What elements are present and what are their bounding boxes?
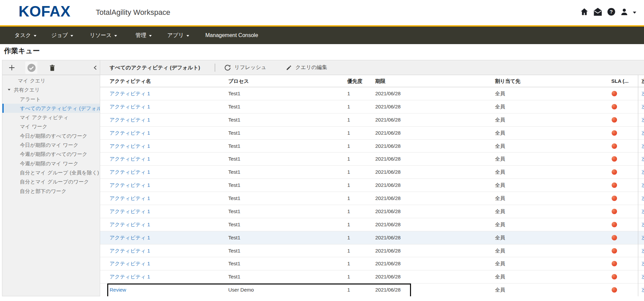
next-column-link[interactable]: 次: [642, 140, 644, 153]
next-column-link[interactable]: 次: [642, 113, 644, 126]
activity-link[interactable]: アクティビティ 1: [110, 244, 150, 257]
sidebar-item[interactable]: 今週が期限のすべてのワーク: [2, 149, 100, 159]
column-header-process[interactable]: プロセス: [228, 75, 249, 87]
nav-item-4[interactable]: 管理: [136, 27, 152, 44]
next-column-link[interactable]: 次: [642, 153, 644, 165]
activity-link[interactable]: アクティビティ 1: [110, 218, 150, 231]
nav-item-6[interactable]: Management Console: [205, 27, 258, 44]
activity-link[interactable]: アクティビティ 1: [110, 140, 150, 153]
table-row[interactable]: アクティビティ 1Test112021/06/28全員次: [100, 270, 644, 283]
nav-item-3[interactable]: リソース: [90, 27, 117, 44]
activity-link[interactable]: アクティビティ 1: [110, 113, 150, 126]
next-column-link[interactable]: 次: [642, 270, 644, 283]
priority-cell: 1: [347, 270, 350, 283]
table-row[interactable]: アクティビティ 1Test112021/06/28全員次: [100, 153, 644, 166]
next-column-link[interactable]: 次: [642, 231, 644, 244]
sidebar-item-label: マイ クエリ: [18, 78, 46, 83]
help-icon[interactable]: ?: [607, 7, 616, 16]
sidebar-item[interactable]: 自分とマイ グループ (全員を除く): [2, 168, 100, 177]
column-header-next[interactable]: 次: [642, 75, 644, 87]
activity-link[interactable]: アクティビティ 1: [110, 179, 150, 192]
next-column-link[interactable]: 次: [642, 244, 644, 257]
table-row[interactable]: アクティビティ 1Test112021/06/28全員次: [100, 113, 644, 127]
assignee-cell: 全員: [495, 257, 505, 270]
main-nav: タスクジョブリソース管理アプリManagement Console: [0, 27, 644, 44]
collapse-sidebar-button[interactable]: [89, 62, 101, 74]
next-column-link[interactable]: 次: [642, 179, 644, 192]
column-header-assignee[interactable]: 割り当て先: [495, 75, 521, 87]
activity-link[interactable]: アクティビティ 1: [110, 100, 150, 113]
column-header-name[interactable]: アクティビティ名: [110, 75, 151, 87]
sidebar-item[interactable]: 今日が期限のマイ ワーク: [2, 140, 100, 149]
table-row[interactable]: アクティビティ 1Test112021/06/28全員次: [100, 257, 644, 270]
home-icon[interactable]: [580, 7, 589, 16]
priority-cell: 1: [347, 127, 350, 139]
activity-link[interactable]: アクティビティ 1: [110, 166, 150, 178]
activity-link[interactable]: アクティビティ 1: [110, 192, 150, 205]
nav-item-2[interactable]: ジョブ: [51, 27, 73, 44]
refresh-button[interactable]: リフレッシュ: [224, 60, 266, 75]
next-column-link[interactable]: 次: [642, 257, 644, 270]
mail-icon[interactable]: [593, 7, 603, 16]
add-query-button[interactable]: [6, 62, 18, 74]
table-row[interactable]: アクティビティ 1Test112021/06/28全員次: [100, 166, 644, 179]
next-column-link[interactable]: 次: [642, 192, 644, 205]
column-header-sla[interactable]: SLA (...: [611, 75, 628, 87]
table-row[interactable]: アクティビティ 1Test112021/06/28全員次: [100, 87, 644, 100]
table-row[interactable]: ReviewUser Demo12021/06/28全員次: [100, 283, 644, 296]
nav-item-5[interactable]: アプリ: [167, 27, 189, 44]
next-column-link[interactable]: 次: [642, 87, 644, 100]
sidebar-item-label: 今日が期限のすべてのワーク: [20, 133, 87, 139]
delete-query-button[interactable]: [46, 62, 58, 74]
assignee-cell: 全員: [495, 270, 505, 283]
sidebar-item[interactable]: 共有クエリ: [2, 85, 100, 94]
table-row[interactable]: アクティビティ 1Test112021/06/28全員次: [100, 100, 644, 113]
process-cell: Test1: [228, 153, 240, 165]
activity-link[interactable]: アクティビティ 1: [110, 257, 150, 270]
sidebar-item[interactable]: マイ クエリ: [2, 76, 100, 85]
default-query-button[interactable]: [25, 62, 37, 74]
sidebar-item[interactable]: アラート: [2, 95, 100, 104]
sidebar-item[interactable]: 今日が期限のすべてのワーク: [2, 131, 100, 140]
activity-link[interactable]: アクティビティ 1: [110, 231, 150, 244]
next-column-link[interactable]: 次: [642, 205, 644, 218]
activity-link[interactable]: アクティビティ 1: [110, 270, 150, 283]
due-date-cell: 2021/06/28: [375, 140, 401, 153]
next-column-link[interactable]: 次: [642, 166, 644, 178]
next-column-link[interactable]: 次: [642, 218, 644, 231]
table-row[interactable]: アクティビティ 1Test112021/06/28全員次: [100, 218, 644, 231]
table-row[interactable]: アクティビティ 1Test112021/06/28全員次: [100, 244, 644, 258]
sla-status-icon: [612, 91, 617, 96]
chevron-down-icon: [8, 89, 10, 91]
next-column-link[interactable]: 次: [642, 283, 644, 296]
activity-link[interactable]: アクティビティ 1: [110, 87, 150, 100]
table-row[interactable]: アクティビティ 1Test112021/06/28全員次: [100, 179, 644, 192]
sidebar-item[interactable]: 自分とマイ グループのワーク: [2, 177, 100, 186]
next-column-link[interactable]: 次: [642, 127, 644, 139]
nav-item-1[interactable]: タスク: [14, 27, 36, 44]
activity-link[interactable]: アクティビティ 1: [110, 153, 150, 165]
chevron-down-icon: [34, 35, 36, 37]
table-row[interactable]: アクティビティ 1Test112021/06/28全員次: [100, 205, 644, 218]
user-icon[interactable]: [620, 8, 628, 16]
edit-query-button[interactable]: クエリの編集: [286, 60, 327, 75]
sla-status-icon: [612, 274, 617, 279]
table-row[interactable]: アクティビティ 1Test112021/06/28全員次: [100, 140, 644, 153]
table-row[interactable]: アクティビティ 1Test112021/06/28全員次: [100, 231, 644, 244]
next-column-link[interactable]: 次: [642, 100, 644, 113]
sidebar-item[interactable]: 今週が期限のマイ ワーク: [2, 159, 100, 168]
sidebar-item[interactable]: マイ アクティビティ: [2, 113, 100, 122]
activity-link[interactable]: アクティビティ 1: [110, 127, 150, 139]
priority-cell: 1: [347, 153, 350, 165]
table-row[interactable]: アクティビティ 1Test112021/06/28全員次: [100, 192, 644, 205]
sidebar-item[interactable]: マイ ワーク: [2, 122, 100, 131]
priority-cell: 1: [347, 140, 350, 153]
table-row[interactable]: アクティビティ 1Test112021/06/28全員次: [100, 127, 644, 140]
column-header-due[interactable]: 期限: [375, 75, 385, 87]
sidebar-item[interactable]: すべてのアクティビティ (デフォルト): [2, 104, 100, 113]
column-header-priority[interactable]: 優先度: [347, 75, 362, 87]
user-menu-caret-icon[interactable]: [633, 11, 636, 14]
sidebar-item[interactable]: 自分と部下のワーク: [2, 187, 100, 196]
nav-item-label: タスク: [14, 32, 31, 39]
activity-link[interactable]: アクティビティ 1: [110, 205, 150, 218]
